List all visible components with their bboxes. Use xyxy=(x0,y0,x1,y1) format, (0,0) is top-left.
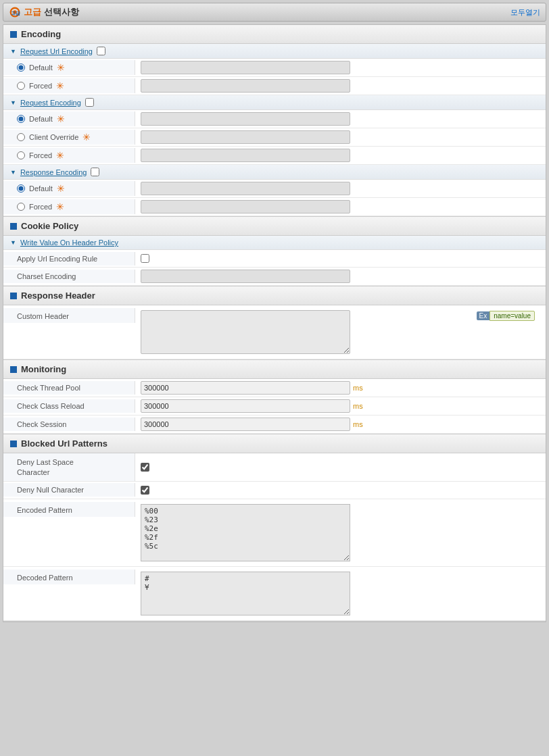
decoded-pattern-textarea[interactable] xyxy=(141,572,350,615)
asterisk-icon-6: ✳ xyxy=(57,184,65,193)
response-enc-forced-input[interactable] xyxy=(141,200,350,213)
request-enc-forced-radio[interactable] xyxy=(17,151,25,159)
check-session-input[interactable] xyxy=(141,418,350,431)
header-title: 고급 고급 선택사항 xyxy=(9,6,79,18)
request-enc-default-input-cell xyxy=(135,110,546,128)
ex-prefix: Ex xyxy=(477,311,490,320)
check-class-reload-input-cell: ms xyxy=(135,397,546,415)
deny-last-space-label: Deny Last SpaceCharacter xyxy=(17,456,74,478)
triangle-icon-3: ▼ xyxy=(10,169,16,176)
check-class-reload-input[interactable] xyxy=(141,399,350,413)
main-content: Encoding ▼ Request Url Encoding Default … xyxy=(3,24,546,622)
check-class-reload-unit: ms xyxy=(353,402,363,410)
deny-null-label-cell: Deny Null Character xyxy=(3,483,135,497)
check-session-label: Check Session xyxy=(17,420,66,428)
request-url-default-input[interactable] xyxy=(141,61,350,74)
response-enc-default-input[interactable] xyxy=(141,182,350,195)
response-encoding-subsection[interactable]: ▼ Response Encoding xyxy=(3,165,546,180)
request-encoding-label[interactable]: Request Encoding xyxy=(20,99,81,107)
request-url-encoding-checkbox[interactable] xyxy=(97,47,105,55)
triangle-icon: ▼ xyxy=(10,48,16,55)
request-url-forced-row: Forced ✳ xyxy=(3,77,546,95)
monitoring-square-icon xyxy=(10,366,17,373)
charset-encoding-input-cell xyxy=(135,268,546,285)
response-header-title-row: Response Header xyxy=(3,286,546,305)
check-thread-pool-label-cell: Check Thread Pool xyxy=(3,381,135,395)
apply-url-encoding-label-cell: Apply Url Encoding Rule xyxy=(3,252,135,266)
request-url-forced-input[interactable] xyxy=(141,79,350,93)
cookie-policy-title: Cookie Policy xyxy=(21,221,78,231)
decoded-pattern-label: Decoded Pattern xyxy=(17,574,73,582)
monitoring-section: Monitoring Check Thread Pool ms Check Cl… xyxy=(3,360,546,434)
check-thread-pool-input[interactable] xyxy=(141,381,350,395)
asterisk-icon-4: ✳ xyxy=(82,132,91,142)
encoded-pattern-textarea[interactable] xyxy=(141,504,350,561)
asterisk-icon-5: ✳ xyxy=(56,151,64,160)
decoded-pattern-input-cell xyxy=(135,570,546,618)
apply-url-encoding-checkbox[interactable] xyxy=(141,254,149,263)
request-enc-client-radio[interactable] xyxy=(17,133,25,141)
response-enc-forced-row: Forced ✳ xyxy=(3,198,546,216)
check-class-reload-label-cell: Check Class Reload xyxy=(3,399,135,413)
request-url-encoding-subsection[interactable]: ▼ Request Url Encoding xyxy=(3,44,546,59)
response-enc-default-row: Default ✳ xyxy=(3,180,546,198)
page-wrapper: 고급 고급 선택사항 모두열기 Encoding ▼ Request Url E… xyxy=(0,0,549,756)
write-value-label[interactable]: Write Value On Header Policy xyxy=(20,238,118,247)
charset-encoding-input[interactable] xyxy=(141,270,350,283)
custom-header-input-cell: Exname=value xyxy=(135,308,546,356)
triangle-icon-4: ▼ xyxy=(10,239,16,246)
response-enc-default-radio[interactable] xyxy=(17,184,25,193)
request-encoding-checkbox[interactable] xyxy=(85,98,94,107)
request-enc-forced-input[interactable] xyxy=(141,149,350,162)
response-encoding-label[interactable]: Response Encoding xyxy=(20,168,87,176)
response-enc-forced-label: Forced xyxy=(29,203,52,211)
header-bar: 고급 고급 선택사항 모두열기 xyxy=(3,3,546,22)
write-value-subsection[interactable]: ▼ Write Value On Header Policy xyxy=(3,236,546,250)
custom-header-textarea[interactable] xyxy=(141,310,350,354)
request-encoding-subsection[interactable]: ▼ Request Encoding xyxy=(3,95,546,110)
request-url-default-input-cell xyxy=(135,59,546,76)
request-enc-forced-label: Forced xyxy=(29,151,52,159)
decoded-pattern-row: Decoded Pattern xyxy=(3,567,546,621)
cookie-policy-section: Cookie Policy ▼ Write Value On Header Po… xyxy=(3,217,546,286)
response-enc-default-label-cell: Default ✳ xyxy=(3,181,135,196)
request-enc-client-input-cell xyxy=(135,128,546,146)
encoded-pattern-input-cell xyxy=(135,502,546,563)
response-enc-default-label: Default xyxy=(29,184,53,193)
encoded-pattern-row: Encoded Pattern xyxy=(3,499,546,567)
request-url-default-radio[interactable] xyxy=(17,64,25,72)
check-thread-pool-input-cell: ms xyxy=(135,379,546,397)
cookie-policy-title-row: Cookie Policy xyxy=(3,217,546,236)
request-url-encoding-label[interactable]: Request Url Encoding xyxy=(20,47,93,55)
response-enc-forced-radio[interactable] xyxy=(17,203,25,211)
custom-header-label: Custom Header xyxy=(17,312,69,320)
gear-icon: 고급 xyxy=(9,6,21,18)
response-header-square-icon xyxy=(10,293,17,299)
request-enc-default-input[interactable] xyxy=(141,112,350,126)
request-url-default-label: Default xyxy=(29,64,53,72)
encoding-title-row: Encoding xyxy=(3,25,546,44)
apply-url-encoding-row: Apply Url Encoding Rule xyxy=(3,250,546,268)
asterisk-icon-7: ✳ xyxy=(56,202,64,211)
request-enc-client-input[interactable] xyxy=(141,130,350,144)
blocked-url-title: Blocked Url Patterns xyxy=(21,438,108,449)
response-encoding-checkbox[interactable] xyxy=(91,168,99,176)
request-url-forced-label-cell: Forced ✳ xyxy=(3,78,135,93)
request-url-forced-radio[interactable] xyxy=(17,82,25,90)
deny-null-checkbox[interactable] xyxy=(141,486,149,495)
deny-last-space-input-cell xyxy=(135,461,546,474)
request-enc-default-radio[interactable] xyxy=(17,115,25,123)
request-enc-forced-label-cell: Forced ✳ xyxy=(3,148,135,163)
response-enc-forced-label-cell: Forced ✳ xyxy=(3,199,135,214)
expand-all-button[interactable]: 모두열기 xyxy=(510,7,540,18)
example-value: name=value xyxy=(490,311,535,321)
encoding-section: Encoding ▼ Request Url Encoding Default … xyxy=(3,25,546,217)
encoded-pattern-label-cell: Encoded Pattern xyxy=(3,502,135,517)
encoded-pattern-label: Encoded Pattern xyxy=(17,506,72,514)
response-enc-forced-input-cell xyxy=(135,198,546,216)
deny-last-space-checkbox[interactable] xyxy=(141,463,149,472)
check-thread-pool-row: Check Thread Pool ms xyxy=(3,379,546,397)
custom-header-label-cell: Custom Header xyxy=(3,308,135,323)
request-url-default-row: Default ✳ xyxy=(3,59,546,77)
request-enc-client-label: Client Override xyxy=(29,133,78,141)
